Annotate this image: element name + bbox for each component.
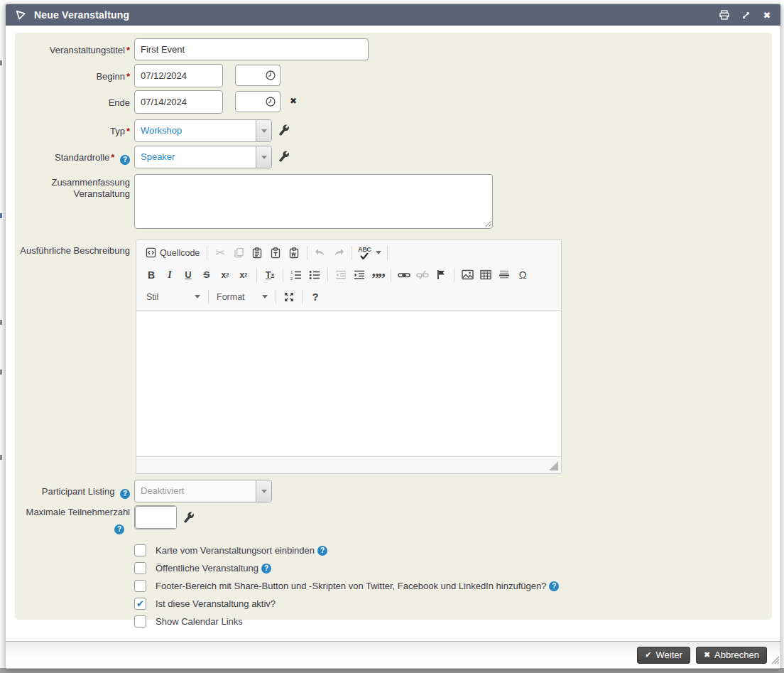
default-role-select[interactable]: Speaker	[134, 146, 272, 168]
edit-options-wrench-icon[interactable]	[183, 512, 195, 534]
next-button[interactable]: ✔ Weiter	[637, 647, 690, 664]
numbered-list-icon[interactable]: 1 2	[287, 266, 305, 284]
subscript-button[interactable]: x2	[216, 266, 234, 284]
chevron-down-icon[interactable]	[256, 480, 271, 502]
style-dropdown[interactable]: Stil	[142, 289, 205, 306]
svg-text:2: 2	[290, 276, 293, 281]
summary-textarea[interactable]	[134, 174, 493, 229]
checkbox[interactable]: ✔	[134, 562, 146, 574]
description-row: Ausführliche Beschreibung Quellcode ✂	[15, 239, 772, 474]
description-label: Ausführliche Beschreibung	[20, 245, 130, 256]
help-icon[interactable]: ?	[317, 546, 327, 556]
anchor-flag-icon[interactable]	[432, 266, 450, 284]
event-flag-icon	[14, 9, 27, 21]
cancel-button[interactable]: ✖ Abbrechen	[696, 647, 767, 664]
checkbox[interactable]: ✔	[134, 615, 146, 628]
maximize-icon[interactable]	[739, 9, 752, 21]
help-icon[interactable]: ?	[261, 564, 271, 574]
help-icon[interactable]: ?	[120, 155, 130, 165]
start-date-input[interactable]	[134, 64, 223, 87]
participant-listing-row: Participant Listing ? Deaktiviert	[15, 480, 772, 502]
rich-text-editor: Quellcode ✂	[136, 239, 562, 474]
event-title-input[interactable]	[134, 38, 369, 60]
blockquote-button[interactable]: ””	[369, 266, 387, 284]
edit-options-wrench-icon[interactable]	[278, 151, 290, 168]
decrease-indent-icon[interactable]	[332, 266, 350, 284]
close-icon[interactable]: ✖	[761, 9, 773, 21]
dialog-footer: ✔ Weiter ✖ Abbrechen	[6, 641, 780, 668]
superscript-button[interactable]: x2	[234, 266, 253, 284]
chevron-down-icon[interactable]	[256, 120, 271, 141]
event-form-panel: Veranstaltungstitel* Beginn* Ende	[15, 33, 772, 620]
required-marker: *	[126, 45, 130, 55]
checkbox-row: ✔ Karte vom Veranstaltungsort einbinden …	[134, 544, 772, 556]
cut-icon[interactable]: ✂	[211, 244, 229, 262]
paste-from-word-icon[interactable]	[285, 244, 303, 262]
format-dropdown[interactable]: Format	[212, 289, 272, 306]
unlink-icon[interactable]	[413, 266, 432, 284]
max-participants-spinner[interactable]	[134, 505, 177, 529]
print-icon[interactable]	[718, 9, 731, 21]
end-date-input[interactable]	[134, 90, 223, 114]
required-marker: *	[126, 126, 130, 136]
spell-check-button[interactable]: ABC	[356, 244, 383, 262]
special-character-button[interactable]: Ω	[513, 266, 532, 284]
maximize-editor-icon[interactable]	[280, 288, 298, 306]
clear-end-date-icon[interactable]: ✖	[290, 96, 297, 114]
link-icon[interactable]	[395, 266, 413, 284]
background-page-bottom	[0, 668, 784, 673]
checkbox-label: Ist diese Veranstaltung aktiv?	[156, 598, 276, 609]
event-title-row: Veranstaltungstitel*	[15, 38, 772, 60]
italic-button[interactable]: I	[160, 266, 179, 284]
help-icon[interactable]: ?	[549, 581, 559, 591]
horizontal-rule-icon[interactable]	[495, 266, 513, 284]
strikethrough-button[interactable]: S	[197, 266, 216, 284]
image-icon[interactable]	[458, 266, 477, 284]
checkbox-row: ✔ Öffentliche Veranstaltung ?	[134, 562, 772, 574]
start-label: Beginn	[96, 71, 124, 82]
participant-listing-value: Deaktiviert	[135, 480, 256, 502]
increase-indent-icon[interactable]	[350, 266, 369, 284]
required-marker: *	[111, 152, 114, 163]
check-icon	[360, 252, 369, 259]
paste-icon[interactable]	[248, 244, 266, 262]
paste-as-text-icon[interactable]	[266, 244, 285, 262]
help-icon[interactable]: ?	[114, 524, 124, 534]
dialog-titlebar[interactable]: Neue Veranstaltung ✖	[6, 4, 780, 26]
event-type-select[interactable]: Workshop	[134, 119, 272, 142]
chevron-down-icon[interactable]	[256, 146, 271, 168]
underline-button[interactable]: U	[179, 266, 197, 284]
default-role-value: Speaker	[135, 146, 256, 168]
source-code-button[interactable]: Quellcode	[142, 244, 203, 262]
checkbox-row: ✔ Footer-Bereich mit Share-Button und -S…	[134, 580, 772, 592]
bold-button[interactable]: B	[142, 266, 160, 284]
copy-icon[interactable]	[229, 244, 248, 262]
editor-about-button[interactable]: ?	[306, 288, 325, 306]
checkbox[interactable]: ✔	[134, 598, 146, 610]
chevron-down-icon	[195, 295, 200, 298]
summary-row: Zusammenfassung Veranstaltung	[15, 174, 772, 231]
description-edit-area[interactable]	[136, 310, 561, 456]
start-row: Beginn*	[15, 64, 772, 87]
edit-options-wrench-icon[interactable]	[278, 124, 290, 142]
editor-toolbar-row-3: Stil Format ?	[136, 286, 561, 310]
event-title-label: Veranstaltungstitel	[50, 45, 125, 55]
dialog-resize-grip-icon[interactable]	[770, 654, 779, 667]
editor-resize-grip-icon[interactable]	[549, 461, 558, 470]
end-time-input[interactable]	[235, 91, 281, 112]
checkbox[interactable]: ✔	[134, 580, 146, 592]
participant-listing-select[interactable]: Deaktiviert	[134, 480, 272, 502]
help-icon[interactable]: ?	[120, 489, 130, 499]
bullet-list-icon[interactable]	[305, 266, 324, 284]
default-role-label: Standardrolle	[55, 152, 109, 163]
start-time-input[interactable]	[235, 65, 281, 86]
redo-icon[interactable]	[330, 244, 348, 262]
table-icon[interactable]	[477, 266, 495, 284]
chevron-down-icon	[262, 295, 268, 298]
event-type-label: Typ	[110, 126, 125, 136]
required-marker: *	[126, 71, 130, 82]
max-participants-input[interactable]	[135, 506, 177, 529]
checkbox[interactable]: ✔	[134, 544, 146, 556]
undo-icon[interactable]	[311, 244, 330, 262]
remove-format-button[interactable]: Tx	[261, 266, 279, 284]
